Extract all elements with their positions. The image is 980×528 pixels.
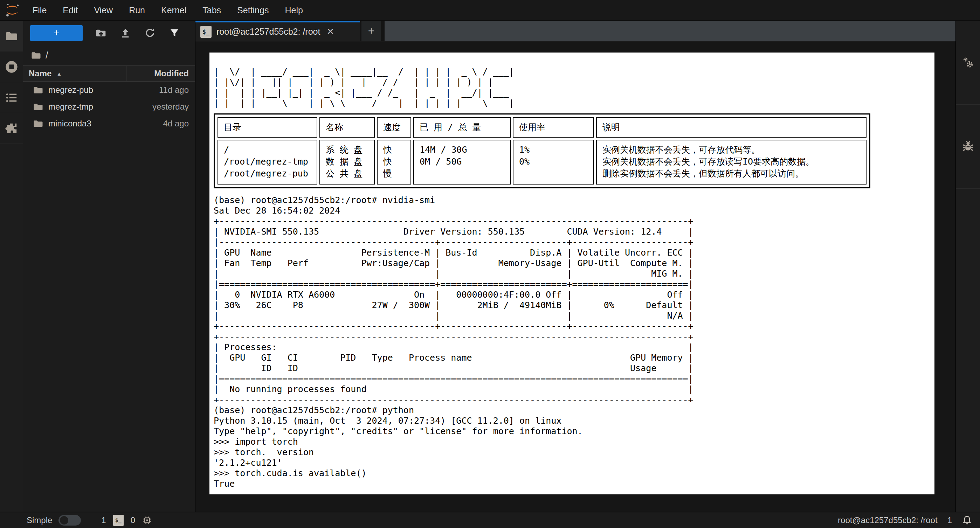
close-tab-icon[interactable]: ✕ — [326, 26, 334, 37]
simple-mode-toggle[interactable] — [59, 515, 81, 526]
file-list-header: Name ▲ Modified — [23, 65, 195, 81]
breadcrumb[interactable]: / — [23, 45, 195, 65]
refresh-icon — [144, 27, 156, 38]
kernel-chip-icon[interactable] — [142, 515, 152, 525]
megrez-logo-icon — [4, 2, 20, 18]
menu-view[interactable]: View — [86, 0, 121, 21]
file-modified: 4d ago — [163, 119, 189, 129]
folder-icon — [33, 118, 43, 129]
filter-button[interactable] — [168, 27, 181, 39]
sidebar-item-file-browser[interactable] — [0, 21, 23, 51]
sort-ascending-icon: ▲ — [56, 71, 62, 77]
new-tab-button[interactable]: + — [361, 21, 381, 41]
upload-icon — [120, 27, 131, 38]
bell-icon[interactable] — [962, 515, 972, 526]
status-bar: Simple 1 $_ 0 root@ac1257d55cb2: /root 1 — [0, 512, 980, 528]
new-folder-icon — [95, 27, 107, 38]
menu-edit[interactable]: Edit — [55, 0, 86, 21]
list-icon — [5, 91, 18, 104]
python-session-output: (base) root@ac1257d55cb2:/root# python P… — [214, 405, 934, 489]
disk-col-usage: 使用率 — [513, 117, 594, 138]
stop-circle-icon — [5, 60, 19, 74]
filter-icon — [169, 28, 180, 38]
column-header-name[interactable]: Name ▲ — [23, 66, 126, 81]
gears-icon — [960, 55, 976, 70]
tab-bar: $_ root@ac1257d55cb2: /root ✕ + — [196, 21, 956, 41]
sidebar-item-debugger[interactable] — [956, 105, 980, 189]
terminal-icon[interactable]: $_ — [113, 515, 124, 526]
disk-col-used-total: 已 用 / 总 量 — [413, 117, 511, 138]
disk-col-name: 名称 — [320, 117, 375, 138]
file-browser-toolbar: + — [23, 21, 195, 45]
sidebar-item-extensions[interactable] — [0, 113, 23, 144]
file-modified: yesterday — [152, 102, 189, 112]
new-launcher-button[interactable]: + — [30, 25, 83, 41]
terminal-panel: __ __ _____ ____ ____ _____ _____ _ _ __… — [196, 42, 956, 512]
menu-help[interactable]: Help — [277, 0, 311, 21]
toggle-knob — [60, 516, 68, 525]
disk-cell-name: 系 统 盘 数 据 盘 公 共 盘 — [320, 140, 375, 184]
disk-cell-used-total: 14M / 30G 0M / 50G — [413, 140, 511, 184]
terminal-viewport[interactable]: __ __ _____ ____ ____ _____ _____ _ _ __… — [210, 52, 934, 495]
puzzle-icon — [5, 122, 18, 135]
menu-file[interactable]: File — [24, 0, 55, 21]
terminal-ascii-banner: __ __ _____ ____ ____ _____ _____ _ _ __… — [214, 56, 934, 108]
folder-icon — [31, 50, 41, 60]
disk-col-directory: 目录 — [218, 117, 317, 138]
processes-output: +---------------------------------------… — [214, 332, 934, 405]
column-header-modified[interactable]: Modified — [126, 66, 195, 81]
session-path-label: root@ac1257d55cb2: /root — [838, 515, 938, 525]
file-row-megrez-pub[interactable]: megrez-pub 11d ago — [23, 81, 195, 99]
upload-button[interactable] — [119, 27, 132, 39]
file-browser-panel: + — [23, 21, 196, 512]
file-row-megrez-tmp[interactable]: megrez-tmp yesterday — [23, 99, 195, 115]
folder-icon — [5, 29, 18, 43]
menu-tabs[interactable]: Tabs — [194, 0, 229, 21]
folder-icon — [33, 85, 43, 95]
tab-title: root@ac1257d55cb2: /root — [216, 27, 320, 37]
left-activity-bar — [0, 21, 23, 512]
file-name: megrez-pub — [48, 85, 93, 95]
bug-icon — [961, 139, 975, 154]
menu-bar: File Edit View Run Kernel Tabs Settings … — [0, 0, 980, 21]
file-row-miniconda3[interactable]: miniconda3 4d ago — [23, 115, 195, 132]
dock-panel: $_ root@ac1257d55cb2: /root ✕ + __ __ __… — [196, 21, 956, 512]
file-name: miniconda3 — [48, 119, 91, 129]
menu-settings[interactable]: Settings — [229, 0, 277, 21]
nvidia-smi-output: (base) root@ac1257d55cb2:/root# nvidia-s… — [214, 195, 934, 332]
app-logo — [0, 2, 24, 18]
kernels-count: 0 — [130, 515, 135, 525]
disk-col-speed: 速度 — [377, 117, 411, 138]
disk-cell-speed: 快 快 慢 — [377, 140, 411, 184]
sidebar-item-table-of-contents[interactable] — [0, 82, 23, 113]
refresh-button[interactable] — [143, 27, 156, 39]
disk-cell-directory: / /root/megrez-tmp /root/megrez-pub — [218, 140, 317, 184]
sidebar-item-running-kernels[interactable] — [0, 51, 23, 82]
folder-icon — [33, 102, 43, 112]
menu-kernel[interactable]: Kernel — [153, 0, 194, 21]
disk-info-table: 目录 名称 速度 已 用 / 总 量 使用率 说明 / /root/megrez… — [214, 113, 870, 188]
tab-bar-tabs: $_ root@ac1257d55cb2: /root ✕ + — [196, 21, 385, 41]
terminal-icon: $_ — [200, 26, 212, 38]
file-name: megrez-tmp — [48, 102, 93, 112]
disk-col-description: 说明 — [596, 117, 867, 138]
disk-cell-description: 实例关机数据不会丢失，可存放代码等。 实例关机数据不会丢失，可存放读写IO要求高… — [596, 140, 867, 184]
file-modified: 11d ago — [159, 85, 189, 95]
new-folder-button[interactable] — [95, 27, 107, 39]
menu-run[interactable]: Run — [121, 0, 153, 21]
tab-terminal[interactable]: $_ root@ac1257d55cb2: /root ✕ — [196, 21, 360, 41]
breadcrumb-root: / — [46, 50, 48, 61]
sidebar-item-property-inspector[interactable] — [956, 21, 980, 105]
terminals-count: 1 — [101, 515, 106, 525]
right-activity-bar — [956, 21, 980, 512]
notifications-count: 1 — [947, 515, 952, 525]
disk-table-row: / /root/megrez-tmp /root/megrez-pub 系 统 … — [218, 140, 867, 184]
disk-cell-usage: 1% 0% — [513, 140, 594, 184]
simple-mode-label: Simple — [27, 515, 52, 525]
